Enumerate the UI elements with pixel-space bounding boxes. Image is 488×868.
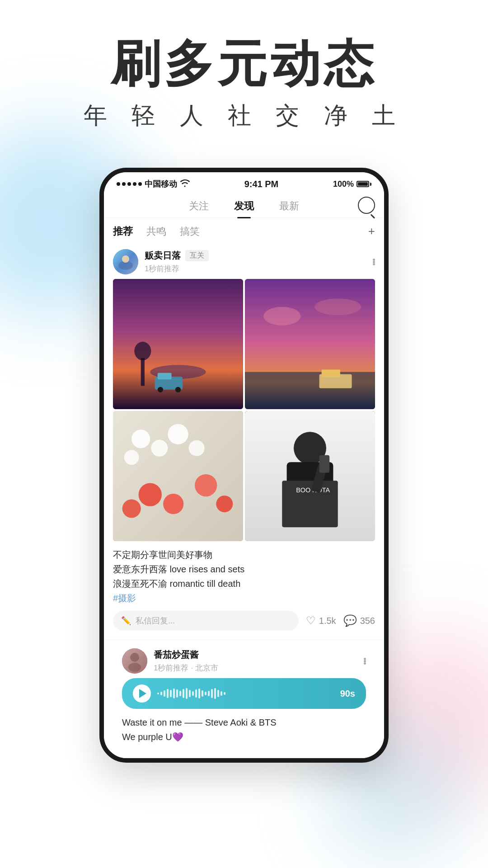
svg-point-10 — [175, 387, 181, 392]
post-image-2 — [245, 279, 375, 409]
post-2: 番茄炒蛋酱 1秒前推荐 · 北京市 90s — [104, 640, 384, 758]
post-2-username: 番茄炒蛋酱 — [154, 649, 364, 661]
play-icon — [139, 689, 146, 698]
audio-duration: 90s — [340, 689, 355, 699]
svg-rect-34 — [319, 455, 330, 473]
waveform-bar — [173, 689, 175, 698]
svg-point-19 — [151, 440, 168, 457]
feed: 贩卖日落 互关 1秒前推荐 — [104, 243, 384, 758]
hero-title: 刷多元动态 — [0, 36, 488, 91]
reply-input[interactable]: ✏️ 私信回复... — [113, 611, 299, 631]
waveform-bar — [189, 690, 191, 697]
battery-percent: 100% — [333, 179, 354, 189]
post-1-username: 贩卖日落 互关 — [145, 250, 373, 262]
svg-rect-12 — [245, 372, 375, 409]
waveform-bar — [214, 688, 216, 699]
svg-point-9 — [158, 387, 163, 392]
search-button[interactable] — [358, 197, 375, 214]
waveform-bar — [198, 689, 200, 698]
audio-player[interactable]: 90s — [122, 678, 366, 709]
reply-placeholder: 私信回复... — [136, 615, 175, 626]
comment-icon: 💬 — [343, 614, 357, 627]
tab-discover[interactable]: 发现 — [221, 198, 267, 215]
signal-icon — [117, 182, 142, 186]
phone-wrapper: 中国移动 9:41 PM 100% — [0, 168, 488, 763]
status-bar: 中国移动 9:41 PM 100% — [104, 172, 384, 193]
post-image-3 — [113, 411, 243, 541]
status-left: 中国移动 — [117, 179, 190, 189]
post-1-actions: ✏️ 私信回复... ♡ 1.5k 💬 356 — [113, 611, 375, 631]
waveform-bar — [208, 691, 210, 696]
svg-point-21 — [168, 424, 188, 444]
svg-point-25 — [122, 499, 141, 518]
svg-point-36 — [130, 653, 139, 662]
post-1-text: 不定期分享世间美好事物 爱意东升西落 love rises and sets 浪… — [113, 547, 375, 605]
svg-point-14 — [314, 298, 361, 315]
post-2-meta: 番茄炒蛋酱 1秒前推荐 · 北京市 — [154, 649, 364, 673]
search-icon — [358, 197, 375, 214]
waveform-bar — [167, 689, 169, 698]
like-button[interactable]: ♡ 1.5k — [306, 614, 336, 627]
post-2-more-button[interactable] — [364, 658, 366, 665]
svg-point-37 — [128, 663, 141, 672]
svg-point-6 — [134, 342, 151, 360]
comment-button[interactable]: 💬 356 — [343, 614, 375, 627]
category-resonance[interactable]: 共鸣 — [146, 225, 166, 238]
waveform-bar — [224, 692, 225, 695]
heart-icon: ♡ — [306, 614, 316, 627]
waveform — [157, 687, 334, 700]
phone-mockup: 中国移动 9:41 PM 100% — [99, 168, 389, 763]
post-2-header: 番茄炒蛋酱 1秒前推荐 · 北京市 — [113, 640, 375, 678]
post-1-header: 贩卖日落 互关 1秒前推荐 — [113, 243, 375, 279]
navigation-tabs: 关注 发现 最新 — [104, 193, 384, 218]
waveform-bar — [157, 693, 159, 694]
avatar-2 — [122, 648, 147, 674]
waveform-bar — [164, 690, 165, 697]
svg-point-26 — [195, 474, 217, 496]
post-image-4: BOO NOTA — [245, 411, 375, 541]
svg-rect-8 — [158, 373, 172, 379]
wifi-icon — [180, 179, 190, 189]
edit-icon: ✏️ — [121, 616, 131, 626]
tab-latest[interactable]: 最新 — [267, 198, 312, 215]
waveform-bar — [205, 692, 206, 695]
add-category-button[interactable]: + — [368, 224, 375, 238]
post-1: 贩卖日落 互关 1秒前推荐 — [104, 243, 384, 640]
svg-point-23 — [139, 483, 162, 506]
comment-count: 356 — [360, 616, 375, 626]
waveform-bar — [192, 691, 194, 696]
post-1-meta: 贩卖日落 互关 1秒前推荐 — [145, 250, 373, 274]
post-1-tag: #摄影 — [113, 593, 136, 603]
svg-point-27 — [216, 495, 233, 512]
post-1-more-button[interactable] — [373, 259, 375, 265]
hero-section: 刷多元动态 年 轻 人 社 交 净 土 — [0, 0, 488, 159]
waveform-bar — [176, 689, 178, 698]
tab-follow[interactable]: 关注 — [176, 198, 221, 215]
waveform-bar — [217, 690, 219, 697]
category-bar: 推荐 共鸣 搞笑 + — [104, 218, 384, 243]
svg-point-22 — [189, 440, 205, 456]
mutual-tag: 互关 — [185, 250, 209, 261]
svg-rect-5 — [141, 358, 145, 386]
waveform-bar — [195, 689, 197, 698]
post-2-text: Waste it on me —— Steve Aoki & BTS We pu… — [113, 715, 375, 749]
play-button[interactable] — [133, 684, 151, 703]
category-funny[interactable]: 搞笑 — [180, 225, 200, 238]
status-right: 100% — [333, 179, 371, 189]
svg-point-20 — [124, 450, 139, 465]
post-2-time: 1秒前推荐 · 北京市 — [154, 663, 364, 673]
svg-rect-16 — [322, 370, 340, 377]
post-1-image-grid: BOO NOTA — [113, 279, 375, 541]
post-image-1 — [113, 279, 243, 409]
avatar-1 — [113, 249, 138, 274]
waveform-bar — [186, 688, 188, 699]
waveform-bar — [221, 691, 222, 696]
battery-icon — [357, 181, 371, 187]
category-recommended[interactable]: 推荐 — [113, 225, 133, 238]
waveform-bar — [160, 692, 162, 695]
hero-subtitle: 年 轻 人 社 交 净 土 — [0, 100, 488, 132]
time-display: 9:41 PM — [244, 179, 279, 189]
waveform-bar — [202, 690, 203, 697]
waveform-bar — [170, 690, 172, 697]
svg-point-18 — [131, 429, 150, 448]
